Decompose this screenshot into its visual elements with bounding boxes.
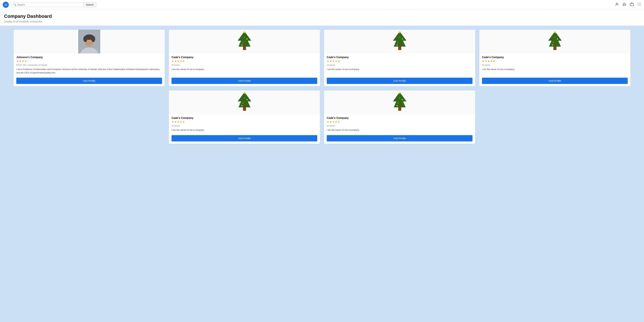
svg-point-82 (398, 103, 398, 104)
svg-point-3 (639, 3, 640, 3)
company-card-3: Cade's Company ★ ★ ★ ★ ★ At home I am th… (324, 30, 475, 86)
search-input-wrap: 🔍 (12, 2, 83, 7)
svg-point-63 (558, 44, 559, 45)
christmas-tree-svg-2 (235, 30, 254, 52)
star-6-4: ★ (335, 120, 337, 123)
visit-profile-button-4[interactable]: Visit Profile (482, 78, 628, 84)
svg-point-55 (557, 38, 558, 39)
card-stars-6: ★ ★ ★ ★ ★ (327, 120, 472, 123)
svg-rect-1 (630, 3, 634, 6)
svg-point-85 (404, 102, 404, 103)
svg-point-54 (551, 39, 552, 40)
svg-marker-65 (238, 92, 251, 107)
svg-point-21 (90, 40, 91, 41)
svg-point-6 (639, 4, 640, 4)
christmas-tree-svg-3 (390, 30, 409, 52)
svg-point-47 (395, 43, 396, 44)
svg-rect-79 (398, 107, 401, 111)
christmas-tree-svg-4 (546, 30, 564, 52)
svg-point-16 (83, 36, 87, 42)
person-icon[interactable] (615, 2, 619, 7)
star-1-4: ★ (24, 59, 27, 63)
visit-profile-button-3[interactable]: Visit Profile (327, 78, 472, 84)
visit-profile-button-1[interactable]: Visit Profile (16, 78, 162, 84)
card-description-1: I am a Professor of Information and Comp… (16, 68, 162, 74)
card-description-6: I am the owner of not-a-company. (327, 128, 472, 132)
svg-point-35 (245, 45, 246, 46)
company-card-4: Cade's Company ★ ★ ★ ★ ★ At home I am th… (479, 30, 630, 86)
visit-profile-button-2[interactable]: Visit Profile (172, 78, 317, 84)
star-2-5: ★ (182, 59, 185, 63)
svg-point-58 (554, 37, 556, 38)
star-3-1: ★ (327, 59, 329, 63)
star-2-1: ★ (172, 59, 174, 63)
svg-point-59 (559, 41, 560, 42)
grid-icon[interactable] (637, 2, 641, 7)
svg-point-31 (246, 43, 247, 44)
svg-point-44 (401, 43, 402, 44)
star-1-5: ★ (27, 59, 30, 63)
card-body-5: Cade's Company ★ ★ ★ ★ ★ At home I am th… (169, 114, 320, 133)
svg-point-0 (616, 3, 618, 4)
svg-point-9 (639, 5, 640, 5)
svg-point-70 (246, 103, 247, 104)
card-location-2: At home (172, 64, 317, 66)
svg-marker-39 (393, 31, 406, 47)
svg-point-32 (244, 37, 245, 38)
visit-profile-button-6[interactable]: Visit Profile (327, 135, 472, 141)
svg-point-67 (240, 100, 242, 101)
svg-point-17 (91, 36, 95, 42)
search-input[interactable] (17, 3, 82, 6)
svg-point-45 (399, 37, 400, 38)
star-5-3: ★ (177, 120, 179, 123)
card-footer-3: Visit Profile (324, 76, 475, 86)
card-footer-1: Visit Profile (14, 76, 165, 86)
card-location-3: At home (327, 64, 472, 66)
svg-rect-66 (243, 107, 246, 111)
search-bar: 🔍 Search (12, 2, 96, 7)
svg-point-37 (247, 44, 248, 45)
svg-point-75 (242, 105, 242, 106)
home-icon[interactable] (622, 2, 626, 7)
svg-point-29 (246, 38, 248, 39)
card-footer-5: Visit Profile (169, 133, 320, 144)
svg-point-87 (400, 106, 401, 107)
star-2-3: ★ (177, 59, 179, 63)
svg-point-46 (404, 41, 404, 42)
star-4-5: ★ (493, 59, 495, 63)
star-5-5: ★ (182, 120, 185, 123)
page-header: Company Dashboard Display of all availab… (0, 9, 644, 25)
visit-profile-button-5[interactable]: Visit Profile (172, 135, 317, 141)
card-stars-3: ★ ★ ★ ★ ★ (327, 59, 472, 63)
main-content: Johnson's Company ★ ★ ★ ★ ★ POST 307, Un… (0, 25, 644, 322)
card-stars-5: ★ ★ ★ ★ ★ (172, 120, 317, 123)
svg-point-76 (247, 105, 248, 106)
svg-point-69 (242, 103, 243, 104)
svg-point-43 (398, 42, 398, 43)
svg-point-30 (242, 42, 243, 43)
card-stars-2: ★ ★ ★ ★ ★ (172, 59, 317, 63)
card-empty-1 (14, 90, 165, 144)
svg-point-60 (550, 43, 551, 44)
navbar: JJ 🔍 Search (0, 0, 644, 9)
christmas-tree-svg-5 (235, 91, 254, 113)
svg-point-83 (401, 103, 402, 104)
svg-point-4 (640, 3, 641, 3)
card-body-1: Johnson's Company ★ ★ ★ ★ ★ POST 307, Un… (14, 53, 165, 76)
card-image-wrapper-5 (169, 90, 320, 114)
card-body-4: Cade's Company ★ ★ ★ ★ ★ At home I am th… (479, 53, 630, 76)
star-1-1: ★ (16, 59, 19, 63)
svg-point-68 (246, 99, 248, 100)
card-company-name-6: Cade's Company (327, 116, 472, 120)
svg-point-80 (396, 100, 397, 101)
star-1-2: ★ (19, 59, 22, 63)
svg-point-28 (240, 39, 242, 40)
card-company-name-5: Cade's Company (172, 116, 317, 120)
card-image-wrapper-4 (479, 30, 630, 53)
company-card-5: Cade's Company ★ ★ ★ ★ ★ At home I am th… (169, 90, 320, 144)
svg-point-8 (638, 5, 638, 5)
svg-rect-40 (398, 47, 401, 50)
company-card-6: Cade's Company ★ ★ ★ ★ ★ At home I am th… (324, 90, 475, 144)
search-button[interactable]: Search (83, 2, 96, 7)
briefcase-icon[interactable] (630, 2, 634, 7)
